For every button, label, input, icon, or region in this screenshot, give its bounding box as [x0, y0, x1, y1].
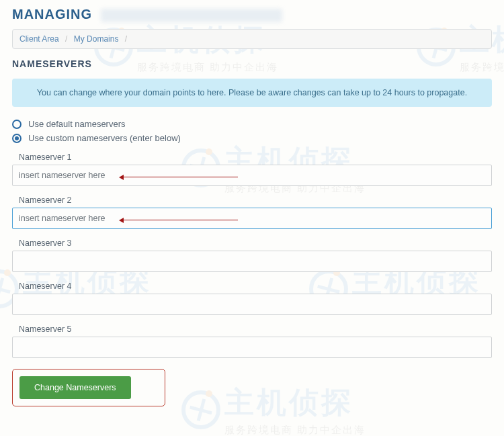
change-nameservers-button[interactable]: Change Nameservers [19, 376, 131, 399]
ns1-input[interactable] [12, 165, 492, 186]
breadcrumb-sep: / [61, 34, 71, 44]
ns2-input[interactable] [12, 208, 492, 229]
submit-highlight-box: Change Nameservers [12, 369, 165, 406]
radio-icon [12, 120, 22, 129]
breadcrumb-sep: / [121, 34, 131, 44]
info-alert: You can change where your domain points … [12, 79, 492, 107]
ns3-input[interactable] [12, 251, 492, 272]
radio-icon [12, 134, 22, 143]
ns3-field-wrap: Nameserver 3 [12, 238, 492, 272]
breadcrumb: Client Area / My Domains / [12, 29, 492, 49]
ns5-label: Nameserver 5 [19, 324, 492, 334]
breadcrumb-my-domains[interactable]: My Domains [74, 34, 119, 44]
ns1-field-wrap: Nameserver 1 [12, 152, 492, 186]
page-title-text: MANAGING [12, 7, 92, 21]
breadcrumb-client-area[interactable]: Client Area [19, 34, 59, 44]
radio-label: Use custom nameservers (enter below) [28, 133, 181, 143]
ns5-input[interactable] [12, 337, 492, 358]
ns2-label: Nameserver 2 [19, 195, 492, 205]
page-title: MANAGING [12, 7, 492, 22]
section-title: NAMESERVERS [12, 58, 492, 69]
ns4-label: Nameserver 4 [19, 281, 492, 291]
watermark: 主机侦探 服务跨境电商 助力中企出海 [181, 383, 366, 436]
radio-custom-nameservers[interactable]: Use custom nameservers (enter below) [12, 133, 492, 143]
radio-label: Use default nameservers [28, 119, 126, 129]
ns2-field-wrap: Nameserver 2 [12, 195, 492, 229]
annotation-arrow [124, 177, 238, 177]
ns1-label: Nameserver 1 [19, 152, 492, 162]
annotation-arrow [124, 220, 238, 220]
ns4-input[interactable] [12, 294, 492, 315]
redacted-domain [101, 9, 282, 22]
radio-default-nameservers[interactable]: Use default nameservers [12, 119, 492, 129]
ns4-field-wrap: Nameserver 4 [12, 281, 492, 315]
ns3-label: Nameserver 3 [19, 238, 492, 248]
ns5-field-wrap: Nameserver 5 [12, 324, 492, 358]
